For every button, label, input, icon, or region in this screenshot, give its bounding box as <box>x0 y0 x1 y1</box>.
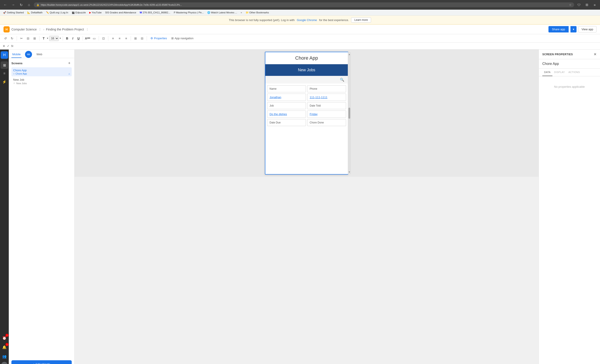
clock-icon[interactable]: ⏰ <box>1 334 8 342</box>
add-screen-button[interactable]: + <box>67 61 72 65</box>
honeycode-icon[interactable]: H <box>1 51 8 59</box>
font-size-arrows[interactable]: ▾ <box>60 37 61 40</box>
underline-button[interactable]: U <box>76 36 81 41</box>
bookmark-grades[interactable]: SIS Grades and Attendance <box>104 11 138 14</box>
right-panel-title: SCREEN PROPERTIES <box>542 53 573 56</box>
font-button[interactable]: T <box>41 36 46 41</box>
align-right-button[interactable]: ≡ <box>123 36 129 41</box>
bold-button[interactable]: B <box>65 36 69 41</box>
redo-button[interactable]: ↻ <box>9 36 15 41</box>
tab-data[interactable]: DATA <box>542 69 553 76</box>
border-button[interactable]: ⊡ <box>101 36 106 41</box>
confirm-formula-icon[interactable]: ✓ <box>7 44 9 47</box>
lightning-icon[interactable]: ⚡ <box>1 78 8 85</box>
bookmark-movies[interactable]: 🌐 Watch Latest Movies ... <box>206 11 238 14</box>
right-panel-close-button[interactable]: ✕ <box>594 52 597 56</box>
undo-button[interactable]: ↺ <box>3 36 8 41</box>
app-navigation-button[interactable]: ⊞ App navigation <box>169 36 195 41</box>
dashboard-icon[interactable]: ⊞ <box>1 61 8 69</box>
cell-job-header: Job <box>267 102 306 109</box>
font-color-button[interactable]: A <box>85 36 90 41</box>
bookmark-other[interactable]: 📁 Other Bookmarks <box>244 10 270 14</box>
bookmark-ch11[interactable]: W 276-303_CH11_86882... <box>138 11 171 14</box>
menu-icon[interactable]: ≡ <box>592 2 598 8</box>
extensions-icon[interactable]: ⊞ <box>584 2 590 8</box>
bookmark-quill[interactable]: ✏️ Quill.org | Log In <box>45 11 69 14</box>
italic-button[interactable]: I <box>70 36 75 41</box>
toolbar-divider-5 <box>99 36 99 41</box>
lock-icon: 🔒 <box>36 3 39 6</box>
learn-more-button[interactable]: Learn more <box>351 17 371 23</box>
users-icon[interactable]: 👥 <box>1 353 8 360</box>
cell-phone-value[interactable]: 111-111-1111 <box>307 94 346 101</box>
align-center-button[interactable]: ≡ <box>117 36 122 41</box>
gear-icon: ⚙ <box>150 37 153 40</box>
address-bar[interactable]: 🔒 https://builder.honeycode.aws/app/1-us… <box>34 2 574 7</box>
font-size-select[interactable]: 16 12 14 18 24 <box>49 36 59 41</box>
formula-bar: ✕ ✓ fx <box>0 43 600 50</box>
properties-button[interactable]: ⚙ Properties <box>149 36 169 41</box>
share-app-button[interactable]: Share app <box>548 26 569 32</box>
bookmark-icon-youtube: ▶ <box>89 11 91 14</box>
bookmarks-more[interactable]: » <box>239 11 243 14</box>
paste-button[interactable]: ⊞ <box>32 36 38 41</box>
home-icon: ⌂ <box>68 72 70 75</box>
screen-item-new-job[interactable]: New Job ☆ New Jobs <box>11 77 72 86</box>
chrome-link[interactable]: Google Chrome <box>297 19 317 22</box>
back-button[interactable]: ← <box>2 2 8 8</box>
scroll-up-arrow[interactable]: ▲ <box>348 53 350 56</box>
screens-header: Screens + <box>11 61 72 65</box>
bookmark-icon-quill: ✏️ <box>46 11 49 14</box>
toolbar-divider-2 <box>39 36 39 41</box>
search-area: 🔍 <box>265 76 348 84</box>
tab-mobile[interactable]: Mobile <box>11 51 21 58</box>
cell-phone-header: Phone <box>307 85 346 92</box>
shield-icon[interactable]: 🛡 <box>576 2 582 8</box>
tab-display[interactable]: DISPLAY <box>553 69 567 76</box>
fill-color-button[interactable]: ▭ <box>91 36 97 41</box>
cell-jonathan[interactable]: Jonathan <box>267 94 306 101</box>
star-icon: ☆ <box>13 82 15 85</box>
scroll-down-arrow[interactable]: ▼ <box>348 171 350 173</box>
share-app-dropdown[interactable]: ▾ <box>570 26 577 32</box>
breadcrumb-dots-1[interactable]: ⋮ <box>38 28 41 31</box>
no-properties-text: No properties applicable <box>539 76 600 97</box>
view-app-button[interactable]: View app <box>578 26 597 32</box>
honeycode-logo[interactable]: H <box>3 26 10 32</box>
left-sidebar: H ⊞ ≡ ⚡ ⏰ 🔔 👥 JB <box>0 50 9 364</box>
header-actions: Share app ▾ View app <box>548 26 597 32</box>
widget-button-2[interactable]: ⊟ <box>139 36 145 41</box>
tab-actions[interactable]: ACTIONS <box>567 69 581 76</box>
layers-icon[interactable]: ≡ <box>1 70 8 77</box>
breadcrumb-dots-2[interactable]: ⋮ <box>86 28 89 31</box>
bookmark-icon-grades: SIS <box>105 11 109 14</box>
bookmark-icon-edpuzzle1: 🎬 <box>72 11 75 14</box>
copy-button[interactable]: ⊟ <box>25 36 31 41</box>
cancel-formula-icon[interactable]: ✕ <box>3 44 5 48</box>
cell-dishes[interactable]: Do the dishes <box>267 111 306 118</box>
home-button[interactable]: ⌂ <box>26 2 32 8</box>
refresh-button[interactable]: ↻ <box>18 2 24 8</box>
forward-button[interactable]: → <box>10 2 16 8</box>
tab-web[interactable]: Web <box>36 51 43 58</box>
cell-friday[interactable]: Friday <box>307 111 346 118</box>
right-panel-tabs: DATA DISPLAY ACTIONS <box>539 69 600 76</box>
panel-tabs: Mobile Web <box>9 50 74 58</box>
bookmark-edpuzzle1[interactable]: 🎬 Edpuzzle <box>70 11 87 14</box>
cut-button[interactable]: ✂ <box>19 36 24 41</box>
widget-button-1[interactable]: ⊞ <box>133 36 138 41</box>
add-objects-button[interactable]: + Add objects <box>11 360 72 364</box>
new-jobs-button[interactable]: New Jobs <box>265 64 348 76</box>
search-button[interactable]: 🔍 <box>340 78 344 82</box>
bookmark-youtube[interactable]: ▶ YouTube <box>88 11 103 14</box>
align-left-button[interactable]: ≡ <box>110 36 116 41</box>
font-dropdown-arrow[interactable]: ▾ <box>47 37 48 40</box>
bookmark-icon-movies: 🌐 <box>207 11 210 14</box>
screen-item-chore-app[interactable]: Chore App ○ Chore App ⌂ <box>11 67 72 76</box>
right-panel-header: SCREEN PROPERTIES ✕ <box>539 50 600 59</box>
bookmark-physics[interactable]: P Mastering Physics | Pe... <box>172 11 205 14</box>
avatar[interactable]: JB <box>1 362 8 364</box>
bell-icon[interactable]: 🔔 <box>1 343 8 351</box>
bookmark-deltamath[interactable]: 📐 DeltaMath <box>26 11 44 14</box>
bookmark-getting-started[interactable]: 🚀 Getting Started <box>2 11 25 14</box>
